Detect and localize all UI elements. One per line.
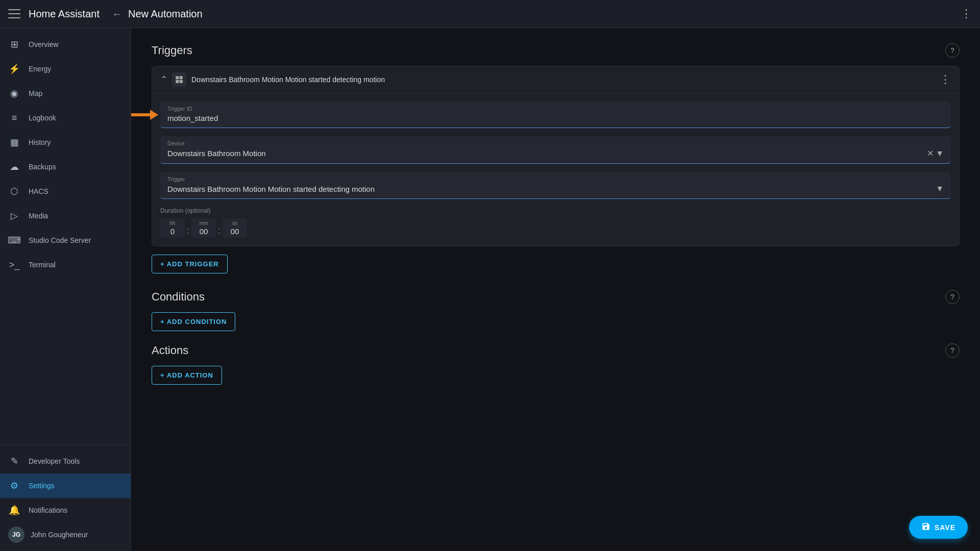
duration-label: Duration (optional): [160, 207, 951, 214]
sidebar-label-map: Map: [29, 89, 42, 97]
save-icon: [921, 522, 930, 533]
sidebar-label-notifications: Notifications: [29, 506, 67, 514]
sidebar-label-developer-tools: Developer Tools: [29, 457, 80, 465]
conditions-section-header: Conditions ?: [152, 290, 960, 304]
add-condition-button[interactable]: + ADD CONDITION: [152, 312, 235, 331]
sidebar-item-backups[interactable]: ☁ Backups: [0, 155, 131, 179]
logbook-icon: ≡: [8, 112, 20, 124]
device-field[interactable]: Device Downstairs Bathroom Motion ✕ ▼: [160, 136, 951, 164]
sidebar: ⊞ Overview ⚡ Energy ◉ Map ≡ Logbook ▦ Hi…: [0, 28, 131, 551]
trigger-dropdown-label: Trigger: [167, 176, 944, 182]
svg-rect-2: [176, 80, 179, 83]
duration-mm-input[interactable]: mm 00: [191, 218, 216, 238]
sidebar-item-notifications[interactable]: 🔔 Notifications: [0, 498, 131, 522]
trigger-card: ⌃ Downstairs Bathroom Motion Motion star…: [152, 66, 960, 246]
conditions-section: Conditions ? + ADD CONDITION: [152, 290, 960, 331]
settings-icon: ⚙: [8, 480, 20, 492]
device-field-row: Downstairs Bathroom Motion ✕ ▼: [167, 148, 944, 158]
page-title: New Automation: [128, 8, 961, 20]
device-label: Device: [167, 140, 944, 146]
duration-section: Duration (optional) hh 0 : mm 00 :: [160, 207, 951, 238]
duration-hh-input[interactable]: hh 0: [160, 218, 185, 238]
sidebar-item-energy[interactable]: ⚡ Energy: [0, 57, 131, 81]
sidebar-item-history[interactable]: ▦ History: [0, 130, 131, 155]
sidebar-item-logbook[interactable]: ≡ Logbook: [0, 106, 131, 130]
topbar-more-icon[interactable]: ⋮: [961, 7, 972, 20]
map-icon: ◉: [8, 87, 20, 99]
studio-code-icon: ⌨: [8, 234, 20, 246]
avatar: JG: [8, 527, 24, 543]
overview-icon: ⊞: [8, 38, 20, 51]
trigger-collapse-chevron[interactable]: ⌃: [160, 74, 168, 85]
duration-ss-input[interactable]: ss 00: [223, 218, 247, 238]
sidebar-item-studio-code-server[interactable]: ⌨ Studio Code Server: [0, 228, 131, 253]
sidebar-label-user: John Gougheneur: [31, 531, 88, 539]
sidebar-item-hacs[interactable]: ⬡ HACS: [0, 179, 131, 204]
back-button[interactable]: ←: [112, 8, 122, 20]
sidebar-label-history: History: [29, 138, 51, 146]
energy-icon: ⚡: [8, 63, 20, 75]
trigger-id-wrapper: Trigger ID motion_started: [160, 102, 951, 128]
sidebar-label-settings: Settings: [29, 482, 55, 490]
notifications-icon: 🔔: [8, 504, 20, 516]
svg-rect-1: [180, 76, 183, 79]
duration-colon-2: :: [216, 226, 223, 236]
sidebar-bottom: ✎ Developer Tools ⚙ Settings 🔔 Notificat…: [0, 444, 131, 551]
triggers-help-button[interactable]: ?: [945, 43, 960, 58]
terminal-icon: >_: [8, 259, 20, 271]
trigger-dropdown-row: Downstairs Bathroom Motion Motion starte…: [167, 184, 944, 193]
duration-inputs: hh 0 : mm 00 : ss 00: [160, 218, 951, 238]
svg-rect-0: [176, 76, 179, 79]
sidebar-item-settings[interactable]: ⚙ Settings: [0, 473, 131, 498]
trigger-dropdown-field[interactable]: Trigger Downstairs Bathroom Motion Motio…: [160, 172, 951, 199]
save-label: SAVE: [935, 523, 955, 532]
device-dropdown-icon[interactable]: ▼: [936, 149, 944, 158]
conditions-help-button[interactable]: ?: [945, 290, 960, 304]
main-content: Triggers ? ⌃ Downstairs Bathroom Motion …: [131, 28, 980, 551]
sidebar-item-overview[interactable]: ⊞ Overview: [0, 32, 131, 57]
history-icon: ▦: [8, 136, 20, 148]
arrow-body: [131, 113, 150, 116]
sidebar-item-developer-tools[interactable]: ✎ Developer Tools: [0, 449, 131, 473]
actions-help-button[interactable]: ?: [945, 343, 960, 358]
actions-title: Actions: [152, 344, 945, 357]
trigger-more-icon[interactable]: ⋮: [940, 73, 951, 86]
save-button[interactable]: SAVE: [909, 516, 968, 539]
backups-icon: ☁: [8, 161, 20, 173]
add-trigger-button[interactable]: + ADD TRIGGER: [152, 255, 228, 273]
sidebar-label-logbook: Logbook: [29, 114, 56, 122]
trigger-id-value: motion_started: [167, 114, 944, 122]
sidebar-item-user[interactable]: JG John Gougheneur: [0, 522, 131, 547]
arrow-annotation: [131, 110, 158, 120]
trigger-type-icon: [172, 72, 186, 87]
sidebar-label-backups: Backups: [29, 163, 56, 171]
actions-section-header: Actions ?: [152, 343, 960, 358]
device-clear-button[interactable]: ✕: [927, 148, 934, 158]
triggers-section-header: Triggers ?: [152, 43, 960, 58]
trigger-card-body: Trigger ID motion_started Device Downsta…: [152, 93, 959, 246]
sidebar-label-hacs: HACS: [29, 187, 48, 195]
device-value: Downstairs Bathroom Motion: [167, 149, 927, 158]
sidebar-label-energy: Energy: [29, 65, 51, 73]
duration-colon-1: :: [185, 226, 191, 236]
sidebar-item-terminal[interactable]: >_ Terminal: [0, 253, 131, 277]
sidebar-label-media: Media: [29, 212, 48, 220]
menu-icon[interactable]: [8, 8, 20, 20]
arrow-head: [150, 110, 158, 120]
sidebar-item-media[interactable]: ▷ Media: [0, 204, 131, 228]
trigger-id-label: Trigger ID: [167, 106, 944, 112]
developer-tools-icon: ✎: [8, 455, 20, 467]
hacs-icon: ⬡: [8, 185, 20, 197]
topbar: Home Assistant ← New Automation ⋮: [0, 0, 980, 28]
actions-section: Actions ? + ADD ACTION: [152, 343, 960, 385]
media-icon: ▷: [8, 210, 20, 222]
sidebar-item-map[interactable]: ◉ Map: [0, 81, 131, 106]
add-action-button[interactable]: + ADD ACTION: [152, 366, 222, 385]
trigger-id-field[interactable]: Trigger ID motion_started: [160, 102, 951, 128]
app-title: Home Assistant: [29, 8, 100, 20]
sidebar-label-overview: Overview: [29, 40, 58, 48]
conditions-title: Conditions: [152, 290, 945, 304]
sidebar-nav: ⊞ Overview ⚡ Energy ◉ Map ≡ Logbook ▦ Hi…: [0, 28, 131, 444]
trigger-dropdown-value: Downstairs Bathroom Motion Motion starte…: [167, 185, 936, 193]
trigger-dropdown-icon[interactable]: ▼: [936, 184, 944, 193]
